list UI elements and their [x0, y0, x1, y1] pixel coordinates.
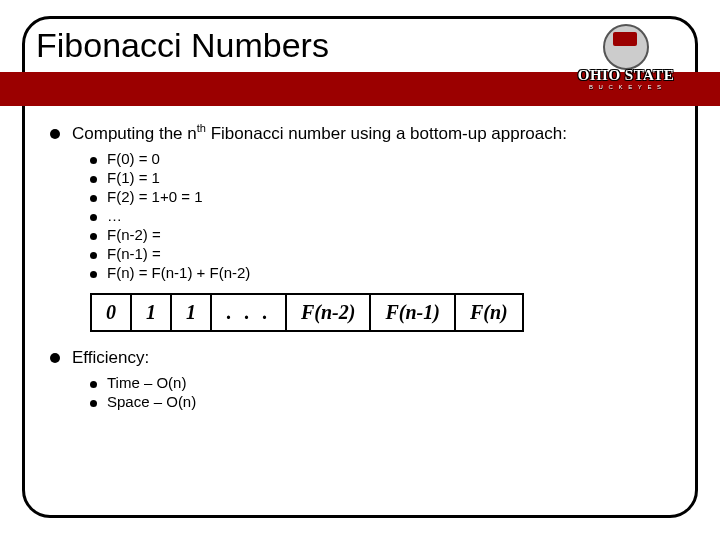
logo-main-text: OHIO STATE	[566, 68, 686, 83]
array-cell: F(n-2)	[287, 295, 371, 330]
list-item: F(n) = F(n-1) + F(n-2)	[90, 264, 680, 281]
mascot-icon	[603, 24, 649, 70]
bullet-icon	[90, 176, 97, 183]
item-text: …	[107, 207, 122, 224]
item-text: F(2) = 1+0 = 1	[107, 188, 202, 205]
item-text: Space – O(n)	[107, 393, 196, 410]
heading-pre: Computing the n	[72, 124, 197, 143]
list-item: F(n-2) =	[90, 226, 680, 243]
bullet-icon	[90, 195, 97, 202]
heading-text: Computing the nth Fibonacci number using…	[72, 122, 567, 144]
item-text: F(0) = 0	[107, 150, 160, 167]
array-cell: F(n-1)	[371, 295, 455, 330]
array-cell: 0	[92, 295, 132, 330]
bullet-icon	[50, 129, 60, 139]
item-text: F(n-2) =	[107, 226, 161, 243]
logo: OHIO STATE B U C K E Y E S	[566, 26, 686, 100]
array-cell: F(n)	[456, 295, 522, 330]
slide: Fibonacci Numbers OHIO STATE B U C K E Y…	[0, 0, 720, 540]
heading-post: Fibonacci number using a bottom-up appro…	[206, 124, 567, 143]
list-item: …	[90, 207, 680, 224]
bullet-icon	[90, 157, 97, 164]
array-cell: 1	[172, 295, 212, 330]
sub-list: F(0) = 0 F(1) = 1 F(2) = 1+0 = 1 … F(n-2…	[90, 150, 680, 281]
heading-text: Efficiency:	[72, 348, 149, 368]
heading-sup: th	[197, 122, 206, 134]
logo-text: OHIO STATE B U C K E Y E S	[566, 68, 686, 90]
content-area: Computing the nth Fibonacci number using…	[50, 122, 680, 420]
array-cell-ellipsis: . . .	[212, 295, 287, 330]
bullet-icon	[90, 271, 97, 278]
item-text: F(n) = F(n-1) + F(n-2)	[107, 264, 250, 281]
bullet-icon	[50, 353, 60, 363]
item-text: Time – O(n)	[107, 374, 186, 391]
section-heading: Computing the nth Fibonacci number using…	[50, 122, 680, 144]
bullet-icon	[90, 214, 97, 221]
bullet-icon	[90, 252, 97, 259]
list-item: Time – O(n)	[90, 374, 680, 391]
bullet-icon	[90, 400, 97, 407]
logo-sub-text: B U C K E Y E S	[566, 84, 686, 90]
list-item: F(2) = 1+0 = 1	[90, 188, 680, 205]
slide-title: Fibonacci Numbers	[36, 26, 329, 65]
sub-list: Time – O(n) Space – O(n)	[90, 374, 680, 410]
section-heading: Efficiency:	[50, 348, 680, 368]
bullet-icon	[90, 381, 97, 388]
array-cell: 1	[132, 295, 172, 330]
list-item: Space – O(n)	[90, 393, 680, 410]
item-text: F(n-1) =	[107, 245, 161, 262]
list-item: F(1) = 1	[90, 169, 680, 186]
list-item: F(n-1) =	[90, 245, 680, 262]
item-text: F(1) = 1	[107, 169, 160, 186]
bullet-icon	[90, 233, 97, 240]
list-item: F(0) = 0	[90, 150, 680, 167]
fib-array-diagram: 0 1 1 . . . F(n-2) F(n-1) F(n)	[90, 293, 524, 332]
